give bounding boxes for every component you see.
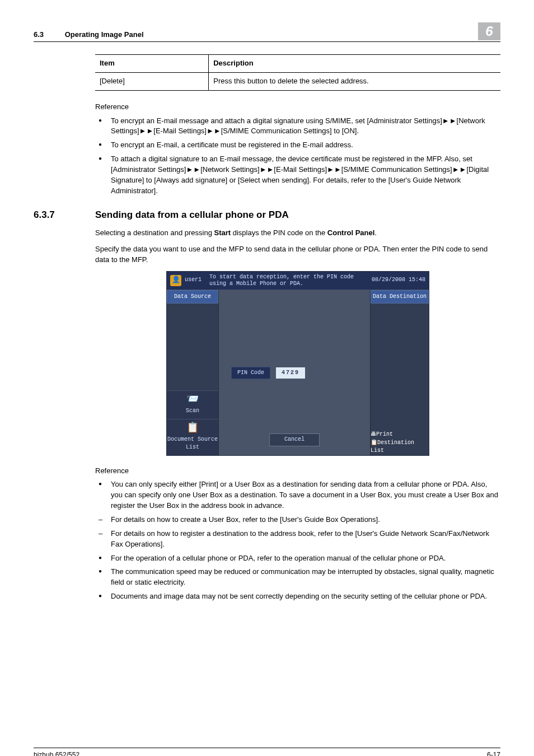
table-header-description: Description (209, 55, 500, 73)
list-item: For details on how to register a destina… (95, 529, 500, 550)
arrow-icon: ►► (186, 165, 200, 174)
footer-model: bizhub 652/552 (34, 750, 79, 756)
panel-titlebar: 👤 user1 To start data reception, enter t… (167, 272, 429, 290)
panel-username: user1 (185, 276, 202, 284)
reference-heading-1: Reference (95, 102, 500, 113)
page-footer: bizhub 652/552 6-17 (34, 748, 500, 756)
data-source-tab[interactable]: Data Source (167, 290, 218, 304)
list-item: To encrypt an E-mail message and attach … (95, 116, 500, 137)
running-header: 6.3 Operating Image Panel (34, 30, 144, 40)
list-item: For the operation of a cellular phone or… (95, 553, 500, 564)
list-item: The communication speed may be reduced o… (95, 567, 500, 588)
reference-list-1: To encrypt an E-mail message and attach … (95, 116, 500, 197)
reference-list-2: You can only specify either [Print] or a… (95, 479, 500, 601)
device-screenshot: 👤 user1 To start data reception, enter t… (95, 271, 500, 456)
cancel-button[interactable]: Cancel (269, 433, 320, 446)
arrow-icon: ►► (452, 165, 467, 174)
arrow-icon: ►► (442, 116, 457, 125)
scan-button[interactable]: 📨Scan (167, 390, 218, 419)
list-icon: 📋 (167, 421, 218, 435)
item-description-table: Item Description [Delete] Press this but… (95, 54, 500, 91)
reference-heading-2: Reference (95, 466, 500, 477)
user-icon: 👤 (170, 275, 181, 286)
subsection-title: Sending data from a cellular phone or PD… (95, 208, 289, 222)
table-cell-item: [Delete] (95, 72, 209, 90)
panel-timestamp: 08/29/2008 15:48 (372, 276, 425, 284)
list-item: Documents and image data may not be sent… (95, 591, 500, 602)
list-icon: 📋 (371, 440, 377, 446)
arrow-icon: ►► (139, 127, 154, 135)
subsection-number: 6.3.7 (34, 208, 95, 222)
pin-code-row: PIN Code 4729 (231, 367, 358, 380)
page-header: 6.3 Operating Image Panel 6 (34, 22, 500, 42)
footer-page-number: 6-17 (487, 750, 500, 756)
list-item: To attach a digital signature to an E-ma… (95, 154, 500, 196)
list-item: You can only specify either [Print] or a… (95, 479, 500, 511)
pin-code-label: PIN Code (231, 367, 270, 380)
header-section-number: 6.3 (34, 30, 63, 40)
body-paragraph: Specify the data you want to use and the… (95, 244, 500, 265)
printer-icon: 🖶 (371, 431, 376, 437)
arrow-icon: ►► (327, 165, 341, 174)
table-header-row: Item Description (95, 55, 500, 73)
arrow-icon: ►► (260, 165, 274, 174)
subsection-heading: 6.3.7 Sending data from a cellular phone… (34, 208, 500, 222)
control-panel-screen: 👤 user1 To start data reception, enter t… (166, 271, 429, 456)
list-item: For details on how to create a User Box,… (95, 515, 500, 525)
panel-instruction: To start data reception, enter the PIN c… (209, 274, 372, 287)
table-header-item: Item (95, 55, 209, 73)
chapter-number-badge: 6 (478, 22, 500, 40)
arrow-icon: ►► (207, 127, 221, 135)
print-button[interactable]: 🖶Print (371, 431, 429, 439)
panel-right-sidebar: Data Destination 🖶Print 📋Destination Lis… (371, 290, 429, 455)
scan-icon: 📨 (167, 392, 218, 407)
header-section-title: Operating Image Panel (65, 30, 144, 39)
table-cell-description: Press this button to delete the selected… (209, 72, 500, 90)
list-item: To encrypt an E-mail, a certificate must… (95, 140, 500, 151)
data-destination-tab[interactable]: Data Destination (371, 290, 429, 304)
body-paragraph: Selecting a destination and pressing Sta… (95, 228, 500, 239)
panel-main-area: PIN Code 4729 Cancel (218, 290, 371, 455)
pin-code-value: 4729 (276, 367, 305, 379)
table-row: [Delete] Press this button to delete the… (95, 72, 500, 90)
destination-list-button[interactable]: 📋Destination List (371, 439, 429, 455)
panel-left-sidebar: Data Source 📨Scan 📋Document Source List (167, 290, 218, 455)
document-source-list-button[interactable]: 📋Document Source List (167, 419, 218, 455)
